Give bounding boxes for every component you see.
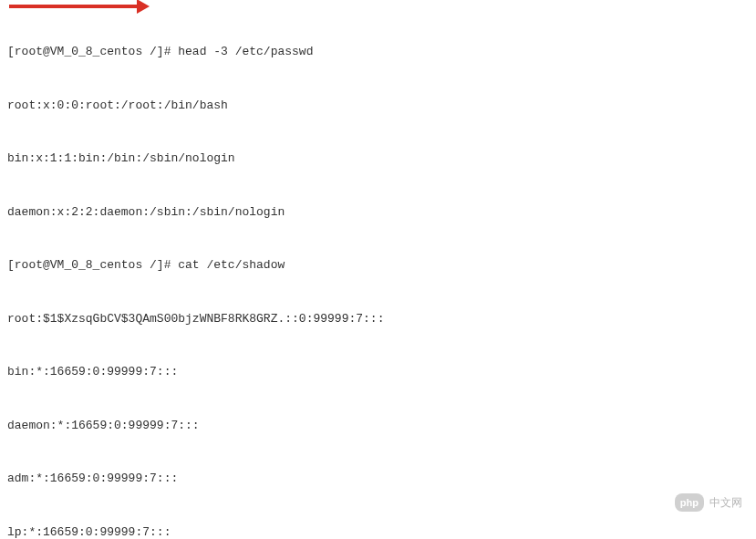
terminal-line: adm:*:16659:0:99999:7::: [7, 470, 749, 488]
terminal-line: [root@VM_0_8_centos /]# cat /etc/shadow [7, 256, 749, 275]
terminal-line: daemon:*:16659:0:99999:7::: [7, 417, 749, 435]
terminal-line: lp:*:16659:0:99999:7::: [7, 523, 749, 540]
terminal-line: [root@VM_0_8_centos /]# head -3 /etc/pas… [7, 43, 749, 61]
terminal-output: [root@VM_0_8_centos /]# head -3 /etc/pas… [7, 7, 749, 539]
terminal-line: bin:*:16659:0:99999:7::: [7, 363, 749, 381]
watermark-badge: php [675, 493, 704, 513]
terminal-line: root:$1$XzsqGbCV$3QAmS00bjzWNBF8RK8GRZ.:… [7, 310, 749, 328]
terminal-line: bin:x:1:1:bin:/bin:/sbin/nologin [7, 150, 749, 168]
terminal-line: root:x:0:0:root:/root:/bin/bash [7, 97, 749, 115]
terminal-line: daemon:x:2:2:daemon:/sbin:/sbin/nologin [7, 203, 749, 222]
watermark-text: 中文网 [709, 494, 742, 511]
watermark: php 中文网 [675, 493, 742, 513]
